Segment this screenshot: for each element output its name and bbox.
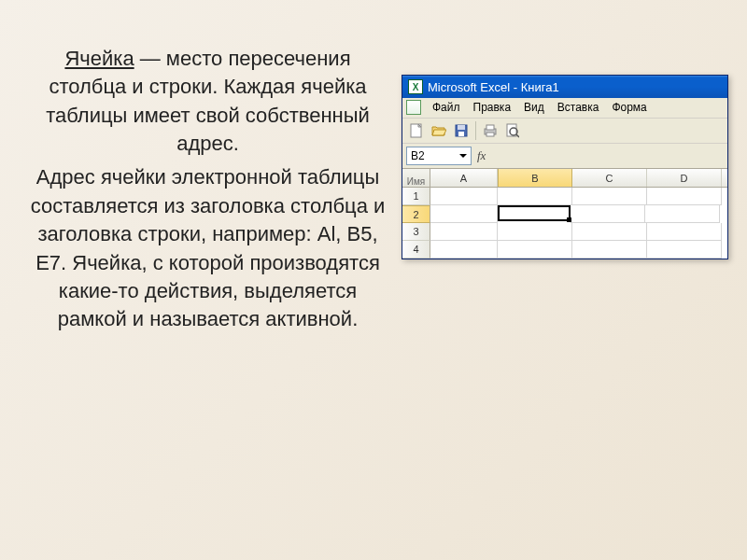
window-title: Microsoft Excel - Книга1 <box>428 80 559 94</box>
toolbar-separator <box>475 121 476 140</box>
row-header-2[interactable]: 2 <box>402 205 430 223</box>
menu-edit[interactable]: Правка <box>468 100 517 115</box>
row-3: 3 <box>402 223 727 241</box>
name-box[interactable]: B2 <box>406 147 472 165</box>
cell-a3[interactable] <box>430 223 498 241</box>
excel-app-icon: X <box>408 79 423 94</box>
slide: Ячейка — место пересечения столбца и стр… <box>0 0 747 560</box>
formula-bar: B2 fx <box>402 144 727 169</box>
svg-rect-6 <box>486 133 494 136</box>
cell-b1[interactable] <box>498 188 572 205</box>
column-headers: Имя A B C D <box>402 169 727 188</box>
spreadsheet-grid: Имя A B C D 1 2 <box>402 169 727 259</box>
select-all-corner[interactable]: Имя <box>402 169 430 187</box>
save-icon[interactable] <box>451 120 472 141</box>
cell-d2[interactable] <box>645 205 720 223</box>
svg-rect-5 <box>486 125 494 130</box>
menu-insert[interactable]: Вставка <box>552 100 605 115</box>
cell-b2-selected[interactable] <box>498 205 571 221</box>
cell-c3[interactable] <box>572 223 647 241</box>
open-icon[interactable] <box>429 120 449 141</box>
row-4: 4 <box>402 241 727 259</box>
new-document-icon[interactable] <box>406 120 427 141</box>
cell-c2[interactable] <box>571 205 645 223</box>
cell-b3[interactable] <box>498 223 572 241</box>
cell-a2[interactable] <box>430 205 498 223</box>
workbook-icon <box>406 100 421 115</box>
print-icon[interactable] <box>480 120 500 141</box>
row-header-3[interactable]: 3 <box>402 223 430 241</box>
chevron-down-icon <box>459 154 467 158</box>
column-header-b[interactable]: B <box>498 169 572 187</box>
cell-c4[interactable] <box>572 241 647 259</box>
cell-d1[interactable] <box>647 188 722 205</box>
column-header-c[interactable]: C <box>572 169 647 187</box>
fx-label[interactable]: fx <box>477 148 486 163</box>
menu-view[interactable]: Вид <box>518 100 550 115</box>
term-cell: Ячейка <box>64 47 134 70</box>
cell-d4[interactable] <box>647 241 722 259</box>
screenshot-column: X Microsoft Excel - Книга1 Файл Правка В… <box>402 28 728 532</box>
menu-format[interactable]: Форма <box>606 100 652 115</box>
column-header-d[interactable]: D <box>647 169 722 187</box>
row-1: 1 <box>402 188 727 205</box>
row-2: 2 <box>402 205 727 223</box>
cell-a4[interactable] <box>430 241 498 259</box>
text-column: Ячейка — место пересечения столбца и стр… <box>28 28 402 532</box>
print-preview-icon[interactable] <box>502 120 523 141</box>
svg-rect-3 <box>458 132 464 136</box>
column-header-a[interactable]: A <box>430 169 498 187</box>
name-box-value: B2 <box>411 149 425 162</box>
menubar: Файл Правка Вид Вставка Форма <box>402 98 727 119</box>
row-header-4[interactable]: 4 <box>402 241 430 259</box>
cell-a1[interactable] <box>430 188 498 205</box>
svg-line-9 <box>516 134 519 137</box>
cell-d3[interactable] <box>647 223 722 241</box>
toolbar <box>402 119 727 144</box>
row-header-1[interactable]: 1 <box>402 188 430 205</box>
svg-rect-2 <box>458 125 465 130</box>
menu-file[interactable]: Файл <box>427 100 466 115</box>
titlebar: X Microsoft Excel - Книга1 <box>402 76 727 98</box>
paragraph-2: Адрес ячейки электронной таблицы составл… <box>28 163 388 333</box>
cell-b4[interactable] <box>498 241 572 259</box>
cell-c1[interactable] <box>572 188 647 205</box>
excel-window: X Microsoft Excel - Книга1 Файл Правка В… <box>402 75 728 259</box>
paragraph-1: Ячейка — место пересечения столбца и стр… <box>28 45 388 158</box>
